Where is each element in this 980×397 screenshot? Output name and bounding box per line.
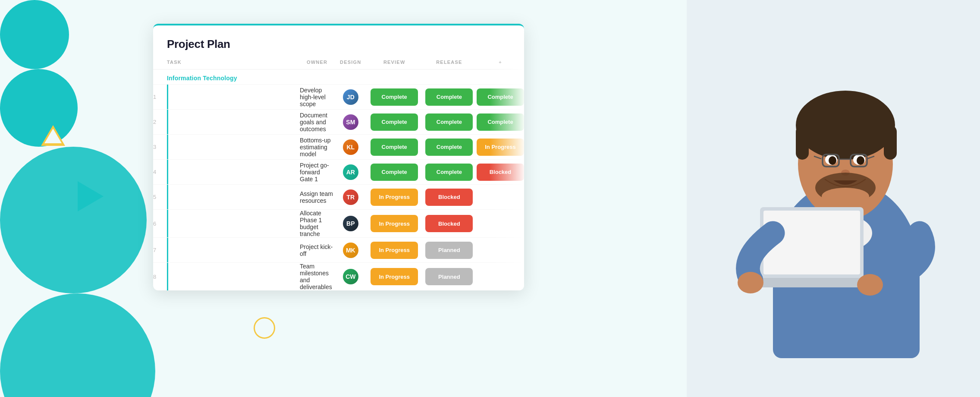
svg-point-24	[738, 272, 763, 293]
status-badge: Planned	[425, 242, 473, 259]
card-header: Project Plan	[153, 25, 524, 55]
col-header-release: RELEASE	[422, 55, 477, 69]
avatar: MK	[343, 243, 358, 258]
table-wrapper: TASK OWNER DESIGN REVIEW RELEASE + Infor…	[153, 55, 524, 290]
review-status: Complete	[422, 85, 477, 110]
bg-decoration-circle-center-right	[0, 293, 155, 397]
avatar-initials: SM	[343, 114, 358, 130]
owner-cell: MK	[334, 238, 367, 263]
svg-point-25	[857, 274, 883, 296]
task-name: Team milestones and deliverables	[300, 263, 334, 291]
status-badge: Complete	[371, 113, 418, 131]
owner-cell: SM	[334, 110, 367, 135]
svg-point-6	[796, 91, 895, 160]
avatar-initials: KL	[343, 139, 358, 155]
design-status: In Progress	[367, 263, 422, 291]
status-badge: Complete	[425, 113, 473, 131]
table-row: 6 Allocate Phase 1 budget tranche BP In …	[153, 210, 524, 238]
owner-cell: AR	[334, 160, 367, 185]
owner-cell: CW	[334, 263, 367, 291]
status-badge: Complete	[371, 164, 418, 181]
avatar: AR	[343, 164, 358, 180]
task-bar	[167, 160, 168, 184]
col-header-task: TASK	[153, 55, 300, 69]
review-status: Complete	[422, 110, 477, 135]
avatar: JD	[343, 89, 358, 105]
avatar-initials: TR	[343, 189, 358, 205]
status-badge: Blocked	[425, 215, 473, 232]
task-bar	[167, 210, 168, 237]
avatar: BP	[343, 216, 358, 231]
category-row: Information Technology	[153, 69, 524, 85]
status-badge: In Progress	[371, 268, 418, 285]
row-number: 7	[153, 238, 300, 263]
owner-cell: KL	[334, 135, 367, 160]
row-number: 5	[153, 185, 300, 210]
status-badge: Complete	[371, 88, 418, 106]
status-badge: Complete	[371, 139, 418, 156]
table-row: 2 Document goals and outcomes SM Complet…	[153, 110, 524, 135]
release-status: In Progress	[477, 135, 524, 160]
avatar: SM	[343, 114, 358, 130]
task-bar	[167, 85, 168, 109]
table-row: 8 Team milestones and deliverables CW In…	[153, 263, 524, 291]
task-name: Project go-forward Gate 1	[300, 160, 334, 185]
task-name: Allocate Phase 1 budget tranche	[300, 210, 334, 238]
task-bar	[167, 263, 168, 290]
bg-decoration-circle-bottom	[0, 69, 78, 147]
status-badge: Complete	[425, 88, 473, 106]
design-status: In Progress	[367, 210, 422, 238]
avatar-initials: MK	[343, 243, 358, 258]
table-header-row: TASK OWNER DESIGN REVIEW RELEASE +	[153, 55, 524, 69]
project-table: TASK OWNER DESIGN REVIEW RELEASE + Infor…	[153, 55, 524, 290]
status-badge: In Progress	[371, 215, 418, 232]
category-label: Information Technology	[153, 69, 524, 85]
page-title: Project Plan	[167, 38, 510, 51]
status-badge: Complete	[425, 139, 473, 156]
owner-cell: JD	[334, 85, 367, 110]
status-badge: Complete	[477, 88, 524, 106]
design-status: Complete	[367, 110, 422, 135]
bg-decoration-circle-outline	[254, 317, 275, 339]
bg-decoration-triangle-left	[78, 181, 104, 211]
status-badge: Blocked	[477, 164, 524, 181]
status-badge: In Progress	[477, 139, 524, 156]
avatar: KL	[343, 139, 358, 155]
col-header-owner: OWNER	[300, 55, 334, 69]
avatar: TR	[343, 189, 358, 205]
task-name: Bottoms-up estimating model	[300, 135, 334, 160]
review-status: Planned	[422, 238, 477, 263]
row-number: 6	[153, 210, 300, 238]
release-status: Blocked	[477, 160, 524, 185]
status-badge: In Progress	[371, 242, 418, 259]
task-bar	[167, 135, 168, 159]
person-svg	[687, 0, 980, 397]
table-row: 4 Project go-forward Gate 1 AR Complete …	[153, 160, 524, 185]
table-row: 1 Develop high-level scope JD Complete C…	[153, 85, 524, 110]
task-bar	[167, 110, 168, 134]
col-header-add[interactable]: +	[477, 55, 524, 69]
project-card: Project Plan TASK OWNER DESIGN REVIEW RE…	[153, 24, 524, 290]
svg-rect-8	[884, 125, 897, 160]
row-number: 4	[153, 160, 300, 185]
design-status: In Progress	[367, 185, 422, 210]
table-row: 7 Project kick-off MK In Progress Planne…	[153, 238, 524, 263]
release-status	[477, 238, 524, 263]
release-status	[477, 185, 524, 210]
release-status: Complete	[477, 110, 524, 135]
svg-point-12	[857, 156, 864, 165]
row-number: 8	[153, 263, 300, 291]
avatar-initials: JD	[343, 89, 358, 105]
row-number: 2	[153, 110, 300, 135]
status-badge: Complete	[477, 113, 524, 131]
task-name: Document goals and outcomes	[300, 110, 334, 135]
row-number: 1	[153, 85, 300, 110]
release-status: Complete	[477, 85, 524, 110]
owner-cell: BP	[334, 210, 367, 238]
release-status	[477, 263, 524, 291]
svg-point-20	[822, 188, 869, 205]
design-status: Complete	[367, 135, 422, 160]
svg-point-11	[829, 156, 836, 165]
design-status: In Progress	[367, 238, 422, 263]
col-header-design: DESIGN	[334, 55, 367, 69]
